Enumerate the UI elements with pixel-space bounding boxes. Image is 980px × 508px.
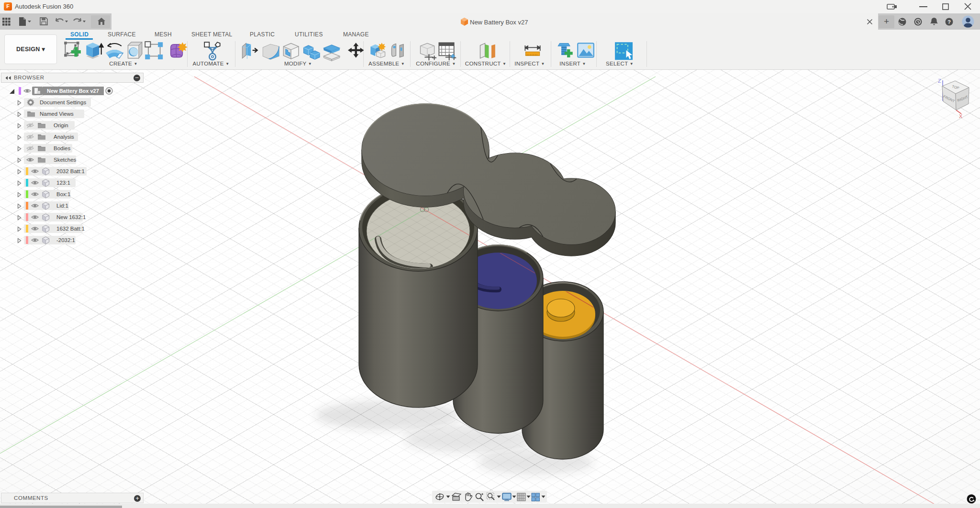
svg-text:?: ? <box>947 19 951 25</box>
svg-text:Z: Z <box>938 78 941 84</box>
svg-text:X: X <box>959 113 963 119</box>
